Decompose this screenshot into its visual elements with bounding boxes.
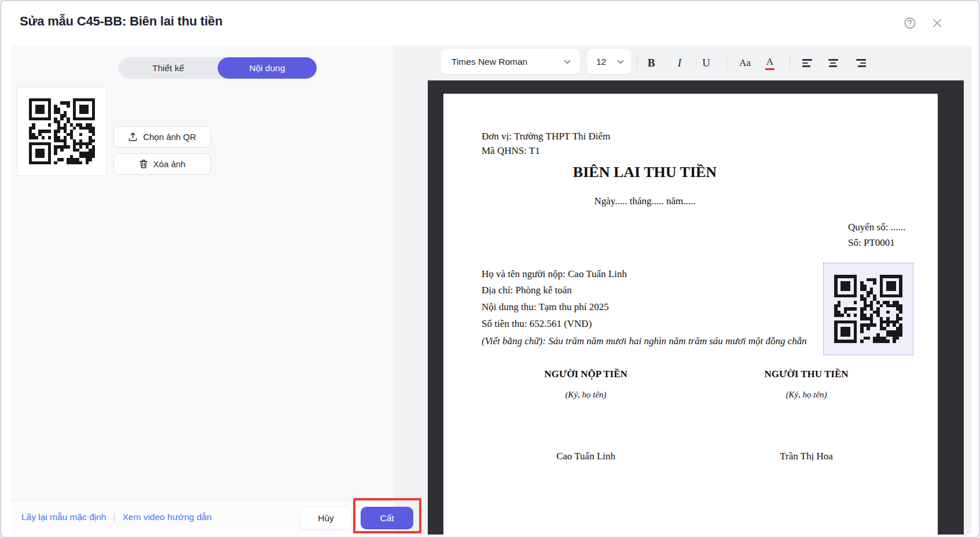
doc-amount-line: Số tiền thu: 652.561 (VNĐ) — [482, 318, 592, 330]
font-family-value: Times New Roman — [452, 57, 527, 67]
text-format-toolbar: Times New Roman 12 B I U Aa A — [394, 46, 971, 80]
bold-button[interactable]: B — [641, 53, 661, 73]
align-right-button[interactable] — [851, 53, 871, 73]
video-guide-link[interactable]: Xem video hướng dẫn — [123, 512, 212, 522]
text-case-button[interactable]: Aa — [735, 53, 755, 73]
tab-content[interactable]: Nội dung — [218, 57, 317, 79]
doc-address-line: Địa chỉ: Phòng kế toán — [482, 285, 572, 296]
close-button[interactable] — [930, 16, 944, 30]
edit-template-dialog: Sửa mẫu C45-BB: Biên lai thu tiền Thiết … — [0, 0, 980, 538]
document-viewer: Đơn vị: Trường THPT Thi Điểm Mã QHNS: T1… — [428, 80, 964, 535]
dialog-title: Sửa mẫu C45-BB: Biên lai thu tiền — [20, 14, 222, 29]
doc-date-line: Ngày..... tháng..... năm..... — [482, 196, 808, 207]
help-button[interactable] — [903, 16, 917, 30]
collector-sign-note: (Ký, họ tên) — [748, 390, 864, 400]
doc-title: BIÊN LAI THU TIỀN — [482, 167, 808, 178]
settings-panel: Thiết kế Nội dung Chọn ảnh QR — [11, 46, 394, 535]
payer-sign-title: NGƯỜI NỘP TIỀN — [528, 369, 644, 380]
view-tab-toggle: Thiết kế Nội dung — [119, 57, 317, 79]
tab-design[interactable]: Thiết kế — [119, 57, 218, 79]
choose-qr-label: Chọn ảnh QR — [143, 132, 196, 142]
font-size-value: 12 — [596, 57, 606, 67]
chevron-down-icon — [617, 60, 624, 64]
trash-icon — [139, 159, 148, 169]
collector-sign-title: NGƯỜI THU TIỀN — [748, 369, 864, 380]
dialog-header: Sửa mẫu C45-BB: Biên lai thu tiền — [1, 1, 979, 46]
upload-icon — [128, 132, 138, 142]
underline-button[interactable]: U — [696, 53, 716, 73]
delete-qr-label: Xóa ảnh — [153, 159, 186, 169]
payer-sign-note: (Ký, họ tên) — [528, 390, 644, 400]
chevron-down-icon — [564, 60, 571, 64]
font-size-select[interactable]: 12 — [587, 49, 631, 74]
collector-name: Trần Thị Hoa — [748, 451, 864, 462]
close-icon — [931, 17, 943, 29]
toolbar-divider — [790, 56, 790, 70]
qr-image-preview — [17, 87, 107, 176]
text-color-letter: A — [766, 56, 773, 68]
cancel-button[interactable]: Hủy — [300, 507, 352, 529]
toolbar-divider — [637, 56, 637, 70]
doc-unit-line: Đơn vị: Trường THPT Thi Điểm — [482, 131, 610, 142]
doc-content-line: Nội dung thu: Tạm thu phí 2025 — [482, 301, 609, 313]
save-button[interactable]: Cất — [361, 507, 413, 529]
help-icon — [904, 17, 916, 30]
doc-book-number: Quyển số: ...... — [848, 222, 905, 233]
align-left-icon — [802, 59, 812, 67]
text-color-swatch — [765, 68, 775, 70]
font-family-select[interactable]: Times New Roman — [441, 49, 580, 74]
choose-qr-button[interactable]: Chọn ảnh QR — [113, 126, 211, 148]
document-qr-image — [834, 275, 902, 343]
link-separator: | — [113, 512, 115, 522]
align-left-button[interactable] — [797, 53, 817, 73]
doc-receipt-number: Số: PT0001 — [848, 237, 895, 249]
text-color-button[interactable]: A — [760, 53, 780, 73]
document-qr-placeholder[interactable] — [823, 263, 913, 355]
payer-name: Cao Tuấn Linh — [528, 451, 644, 462]
receipt-page: Đơn vị: Trường THPT Thi Điểm Mã QHNS: T1… — [443, 94, 938, 535]
reset-default-link[interactable]: Lấy lại mẫu mặc định — [21, 512, 106, 522]
italic-button[interactable]: I — [670, 53, 689, 73]
doc-code-line: Mã QHNS: T1 — [482, 145, 540, 157]
footer-links: Lấy lại mẫu mặc định | Xem video hướng d… — [21, 512, 212, 522]
align-right-icon — [856, 59, 866, 67]
doc-amount-words-line: (Viết bằng chữ): Sáu trăm năm mươi hai n… — [482, 336, 807, 347]
doc-payer-line: Họ và tên người nộp: Cao Tuấn Linh — [482, 268, 627, 280]
preview-region: Times New Roman 12 B I U Aa A — [394, 46, 971, 535]
qr-code-image — [29, 98, 95, 164]
align-center-button[interactable] — [823, 53, 843, 73]
delete-qr-button[interactable]: Xóa ảnh — [113, 153, 211, 175]
align-center-icon — [828, 59, 838, 67]
toolbar-divider — [726, 56, 727, 70]
dialog-footer: Lấy lại mẫu mặc định | Xem video hướng d… — [11, 500, 394, 535]
